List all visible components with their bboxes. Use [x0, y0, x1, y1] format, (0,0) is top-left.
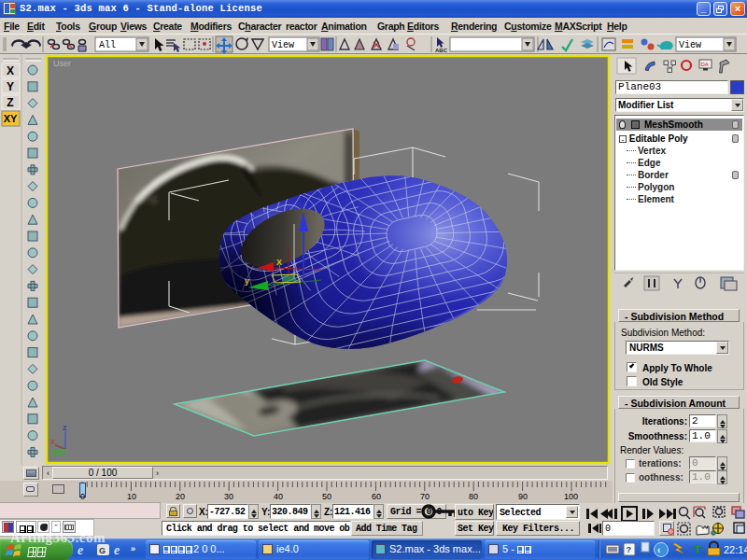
svg-text:All: All: [99, 40, 116, 50]
svg-text:View: View: [272, 40, 294, 50]
svg-text:z: z: [63, 423, 67, 432]
svg-text:e: e: [114, 543, 120, 557]
svg-text:arting: arting: [129, 190, 158, 204]
svg-text:G: G: [99, 546, 106, 555]
svg-text:22:14: 22:14: [724, 544, 747, 555]
svg-text:Y: Y: [7, 80, 14, 93]
svg-text:x: x: [50, 437, 55, 446]
svg-text:X: X: [276, 258, 282, 267]
svg-text:y: y: [245, 276, 249, 286]
svg-text:View: View: [679, 40, 701, 50]
svg-text:User: User: [53, 59, 71, 68]
svg-text:XY: XY: [4, 113, 18, 124]
svg-text:‹: ‹: [657, 545, 660, 555]
svg-text:ABC: ABC: [435, 48, 448, 53]
svg-text:?: ?: [627, 545, 632, 554]
svg-text:DA: DA: [701, 62, 709, 67]
svg-text:Z: Z: [7, 96, 13, 109]
svg-text:X: X: [7, 64, 14, 77]
svg-text:»: »: [131, 544, 135, 553]
